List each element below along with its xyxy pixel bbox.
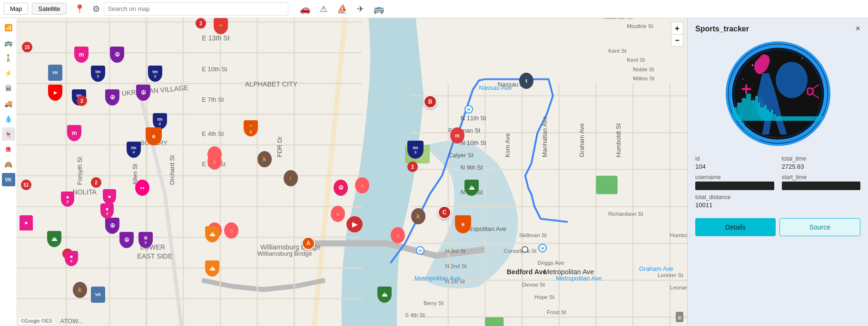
wifi-tool[interactable]: 📶 xyxy=(2,21,15,34)
marker-e-1[interactable]: e xyxy=(146,127,162,145)
marker-tm-brooklyn[interactable]: tm3 xyxy=(407,141,424,159)
svg-text:N 9th St: N 9th St xyxy=(461,164,483,171)
marker-num-2[interactable]: 2 xyxy=(77,96,87,106)
svg-text:Kent St: Kent St xyxy=(608,48,627,54)
search-input[interactable] xyxy=(108,5,284,12)
svg-text:Metropolitan Ave: Metropolitan Ave xyxy=(556,275,602,282)
bus-tool[interactable]: 🚌 xyxy=(2,36,15,49)
subway-bedford[interactable]: M xyxy=(416,246,424,255)
location-pin-icon[interactable]: 📍 xyxy=(74,4,85,14)
ghost-tool[interactable]: 👻 xyxy=(2,127,15,141)
route-marker-c[interactable]: C xyxy=(438,206,451,219)
marker-hike-2[interactable]: ⛰ xyxy=(205,226,219,242)
marker-foursquare-4[interactable]: ■3 xyxy=(100,203,114,219)
marker-e-right[interactable]: e xyxy=(455,215,471,233)
car-filter-icon[interactable]: 🚗 xyxy=(300,4,310,14)
username-field: username xyxy=(695,174,774,190)
marker-m-1[interactable]: m xyxy=(74,47,89,63)
marker-cycle-1[interactable]: 🚴 xyxy=(257,151,272,167)
eye-off-tool[interactable]: 🙈 xyxy=(2,158,15,171)
marker-hike-3[interactable]: ⛰ xyxy=(205,260,219,277)
marker-foursquare-1[interactable]: ■2 xyxy=(61,192,74,207)
satellite-tab[interactable]: Satellite xyxy=(32,3,66,15)
marker-foursquare-5[interactable]: ■ xyxy=(20,215,33,230)
search-bar[interactable] xyxy=(104,2,288,16)
marker-vk-1[interactable]: VK xyxy=(48,65,62,81)
zoom-out-button[interactable]: − xyxy=(671,34,683,47)
settings-icon[interactable]: ⚙ xyxy=(92,4,100,14)
marker-play[interactable]: ▶ xyxy=(346,216,363,232)
marker-num-4[interactable]: 2 xyxy=(91,177,101,188)
marker-peace-4[interactable]: ☮ xyxy=(105,218,119,234)
marker-hike-5[interactable]: ⛰ xyxy=(377,287,392,303)
marker-tm-4[interactable]: tm2 xyxy=(148,66,162,82)
marker-cycle-3[interactable]: 🚴 xyxy=(73,282,87,298)
marker-meetup[interactable]: m xyxy=(450,127,464,144)
panel-title: Sports_tracker xyxy=(695,25,749,33)
marker-peace-3[interactable]: ☮ xyxy=(136,85,150,101)
weibo-tool[interactable]: 微 xyxy=(2,143,15,156)
marker-airbnb-5[interactable]: ⌂ xyxy=(355,177,369,193)
marker-tm-1[interactable]: tm2 xyxy=(91,66,105,82)
marker-run-1[interactable]: 🏃 xyxy=(214,18,228,34)
route-marker-b[interactable]: B xyxy=(424,95,437,108)
marker-cycle-2[interactable]: 🚴 xyxy=(411,208,425,224)
marker-peace-6[interactable]: ☮2 xyxy=(138,232,153,248)
source-button[interactable]: Source xyxy=(779,218,861,236)
svg-text:Moultrie St: Moultrie St xyxy=(627,23,653,29)
svg-text:Ksm Ave: Ksm Ave xyxy=(504,133,511,157)
bus-filter-icon[interactable]: 🚌 xyxy=(374,4,384,14)
marker-m-2[interactable]: m xyxy=(67,125,81,141)
marker-yt-1[interactable]: ▶ xyxy=(48,85,62,101)
drop-tool[interactable]: 💧 xyxy=(2,112,15,125)
svg-point-101 xyxy=(776,62,808,98)
svg-text:N 1st St: N 1st St xyxy=(445,278,465,284)
subway-nassau[interactable]: M xyxy=(464,105,473,114)
vk-tool[interactable]: VK xyxy=(2,173,15,186)
total-distance-label: total_distance xyxy=(695,194,774,201)
marker-run-2[interactable]: 🏃2 xyxy=(244,120,258,136)
truck-tool[interactable]: 🚚 xyxy=(2,97,15,110)
warning-filter-icon[interactable]: ⚠ xyxy=(320,4,327,14)
marker-num-1[interactable]: 15 xyxy=(22,42,32,52)
svg-text:E 13th St: E 13th St xyxy=(202,34,230,42)
marker-vk-2[interactable]: VK xyxy=(91,287,105,303)
total-time-value: 2725.63 xyxy=(782,163,861,170)
zoom-in-button[interactable]: + xyxy=(671,22,683,34)
logo-svg: ✦ ✦ ✦ OPEN SOURCE SURVEILLANCE xyxy=(728,41,828,146)
lightning-tool[interactable]: ⚡ xyxy=(2,67,15,80)
plane-filter-icon[interactable]: ✈ xyxy=(357,4,364,14)
map-view-toggle[interactable]: ⊞ xyxy=(676,312,683,322)
marker-peace-2[interactable]: ☮ xyxy=(105,89,119,105)
details-button[interactable]: Details xyxy=(695,218,776,236)
boat-filter-icon[interactable]: ⛵ xyxy=(337,4,347,14)
marker-num-7[interactable]: 2 xyxy=(407,162,418,172)
building-tool[interactable]: 🏛 xyxy=(2,82,15,95)
marker-airbnb-4[interactable]: ⌂ xyxy=(207,153,222,170)
marker-foursquare-3[interactable]: ■ xyxy=(103,189,116,204)
marker-flickr[interactable]: ●● xyxy=(135,180,149,196)
marker-wikiloc-1[interactable]: 🚶 xyxy=(284,170,298,186)
marker-peace-5[interactable]: ☮ xyxy=(119,232,134,248)
marker-tumblr[interactable]: t xyxy=(519,73,533,89)
svg-text:Humboldt St: Humboldt St xyxy=(670,232,687,238)
marker-airbnb-7[interactable]: ⌂ xyxy=(331,206,345,222)
marker-hike-1[interactable]: ⛰ xyxy=(47,231,61,247)
marker-hike-4[interactable]: ⛰ xyxy=(464,180,479,196)
marker-airbnb-6[interactable]: ⌂ xyxy=(391,227,405,243)
panel-header: Sports_tracker × xyxy=(688,18,868,38)
marker-tm-3[interactable]: tm4 xyxy=(127,142,141,158)
marker-num-5[interactable]: 51 xyxy=(21,180,31,190)
map-tab[interactable]: Map xyxy=(4,3,28,15)
route-marker-a[interactable]: A xyxy=(302,237,315,250)
marker-peace-r1[interactable]: ☮ xyxy=(334,180,348,196)
marker-peace-1[interactable]: ☮ xyxy=(110,47,124,63)
person-tool[interactable]: 🚶 xyxy=(2,51,15,65)
marker-num-3[interactable]: 2 xyxy=(196,18,206,29)
map-area[interactable]: E 14th St E 13th St E 10th St E 7th St E… xyxy=(17,18,687,326)
marker-foursquare-2[interactable]: ■6 xyxy=(65,251,78,266)
marker-tm-5[interactable]: tm2 xyxy=(153,113,167,129)
subway-lorimer[interactable]: M xyxy=(538,244,547,252)
marker-airbnb-3[interactable]: ⌂ xyxy=(224,222,238,239)
panel-close-button[interactable]: × xyxy=(855,24,860,34)
